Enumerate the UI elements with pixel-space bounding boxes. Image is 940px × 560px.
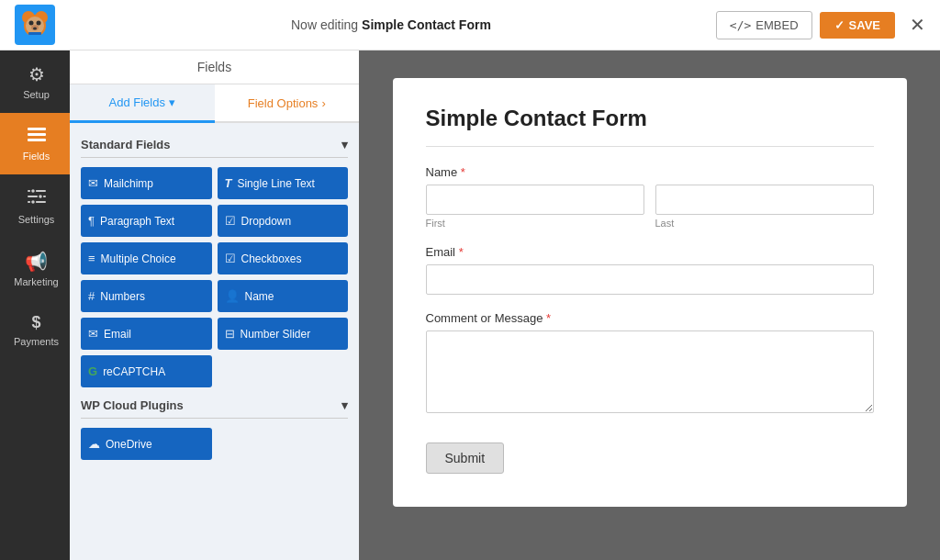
sidebar-label-settings: Settings: [18, 214, 55, 225]
fields-scroll[interactable]: Standard Fields ▾ ✉ Mailchimp T Single L…: [70, 123, 359, 560]
name-row: First Last: [426, 185, 874, 229]
onedrive-label: OneDrive: [106, 438, 152, 451]
last-name-sublabel: Last: [655, 218, 874, 229]
field-btn-email[interactable]: ✉ Email: [81, 318, 212, 350]
field-btn-checkboxes[interactable]: ☑ Checkboxes: [218, 242, 349, 274]
field-btn-single-line-text[interactable]: T Single Line Text: [218, 167, 349, 199]
field-btn-number-slider[interactable]: ⊟ Number Slider: [218, 318, 349, 350]
setup-icon: ⚙: [28, 63, 45, 85]
field-btn-name[interactable]: 👤 Name: [218, 280, 349, 312]
first-name-sublabel: First: [426, 218, 644, 229]
svg-point-6: [37, 21, 41, 26]
sidebar-item-payments[interactable]: $ Payments: [0, 300, 70, 360]
sidebar-label-marketing: Marketing: [14, 276, 58, 287]
svg-rect-12: [28, 133, 46, 136]
numbers-icon: #: [88, 289, 95, 303]
email-icon: ✉: [88, 327, 98, 341]
single-line-icon: T: [225, 176, 232, 190]
sidebar-item-setup[interactable]: ⚙ Setup: [0, 50, 70, 113]
sidebar-nav: ⚙ Setup Fields: [0, 50, 70, 560]
required-star-2: *: [455, 245, 464, 259]
form-title: Simple Contact Form: [426, 106, 874, 131]
required-star-3: *: [543, 311, 551, 325]
standard-fields-grid: ✉ Mailchimp T Single Line Text ¶ Paragra…: [81, 167, 348, 387]
svg-point-8: [33, 28, 37, 30]
field-btn-onedrive[interactable]: ☁ OneDrive: [81, 428, 212, 460]
collapse-icon-2: ▾: [341, 398, 348, 412]
required-star: *: [457, 165, 465, 179]
sidebar-item-marketing[interactable]: 📢 Marketing: [0, 238, 70, 300]
name-icon: 👤: [225, 289, 240, 303]
close-button[interactable]: ✕: [910, 14, 925, 36]
sidebar-item-fields[interactable]: Fields: [0, 113, 70, 174]
field-btn-dropdown[interactable]: ☑ Dropdown: [218, 205, 349, 237]
standard-fields-title: Standard Fields: [81, 138, 171, 151]
tab-field-options[interactable]: Field Options ›: [215, 84, 360, 121]
logo: [15, 5, 55, 45]
editing-title: Now editing Simple Contact Form: [66, 17, 716, 32]
sidebar-label-fields: Fields: [23, 151, 50, 162]
fields-panel: Fields Add Fields ▾ Field Options › Stan…: [70, 50, 359, 560]
email-field-group: Email *: [426, 245, 874, 295]
fields-panel-header: Fields: [70, 50, 359, 84]
multiple-choice-icon: ≡: [88, 252, 95, 265]
first-name-input[interactable]: [426, 185, 644, 215]
numbers-label: Numbers: [100, 290, 145, 303]
dropdown-icon: ☑: [225, 214, 236, 228]
svg-point-17: [30, 189, 35, 194]
name-label: Name: [245, 290, 274, 303]
field-btn-paragraph-text[interactable]: ¶ Paragraph Text: [81, 205, 212, 237]
svg-point-5: [29, 21, 34, 26]
form-card: Simple Contact Form Name * First Last: [393, 78, 907, 507]
svg-rect-13: [28, 139, 46, 141]
last-name-col: Last: [655, 185, 874, 229]
fields-tabs: Add Fields ▾ Field Options ›: [70, 84, 359, 123]
comment-field-label: Comment or Message *: [426, 311, 874, 325]
wp-cloud-header: WP Cloud Plugins ▾: [81, 398, 348, 419]
single-line-label: Single Line Text: [237, 177, 315, 190]
recaptcha-label: reCAPTCHA: [103, 365, 165, 378]
marketing-icon: 📢: [25, 251, 48, 273]
svg-rect-10: [28, 32, 41, 35]
email-field-label: Email *: [426, 245, 874, 259]
chevron-right-icon: ›: [321, 96, 325, 110]
top-bar: Now editing Simple Contact Form </> EMBE…: [0, 0, 940, 50]
comment-textarea[interactable]: [426, 330, 874, 413]
field-btn-mailchimp[interactable]: ✉ Mailchimp: [81, 167, 212, 199]
field-btn-multiple-choice[interactable]: ≡ Multiple Choice: [81, 242, 212, 274]
payments-icon: $: [31, 313, 40, 332]
email-input[interactable]: [426, 264, 874, 295]
tab-add-label: Add Fields: [109, 95, 165, 109]
field-btn-numbers[interactable]: # Numbers: [81, 280, 212, 312]
field-btn-recaptcha[interactable]: G reCAPTCHA: [81, 355, 212, 387]
code-icon: </>: [730, 18, 751, 32]
mailchimp-icon: ✉: [88, 176, 98, 190]
save-button[interactable]: ✓ SAVE: [820, 12, 895, 39]
main-content: ⚙ Setup Fields: [0, 50, 940, 560]
name-field-group: Name * First Last: [426, 165, 874, 229]
last-name-input[interactable]: [655, 185, 874, 215]
chevron-down-icon: ▾: [169, 95, 175, 109]
paragraph-label: Paragraph Text: [100, 215, 174, 228]
submit-button[interactable]: Submit: [426, 442, 505, 474]
multiple-choice-label: Multiple Choice: [101, 252, 176, 265]
sidebar-item-settings[interactable]: Settings: [0, 174, 70, 238]
first-name-col: First: [426, 185, 644, 229]
name-field-label: Name *: [426, 165, 874, 179]
settings-icon: [28, 187, 46, 210]
sidebar-label-setup: Setup: [23, 89, 50, 100]
fields-icon: [28, 126, 46, 147]
sidebar-label-payments: Payments: [14, 336, 59, 347]
svg-rect-11: [28, 128, 46, 130]
paragraph-icon: ¶: [88, 214, 95, 228]
recaptcha-icon: G: [88, 364, 97, 378]
comment-field-group: Comment or Message *: [426, 311, 874, 417]
wp-cloud-grid: ☁ OneDrive: [81, 428, 348, 460]
top-bar-actions: </> EMBED ✓ SAVE ✕: [716, 11, 925, 39]
wp-cloud-title: WP Cloud Plugins: [81, 398, 184, 412]
embed-button[interactable]: </> EMBED: [716, 11, 812, 39]
standard-fields-header: Standard Fields ▾: [81, 138, 348, 158]
svg-point-19: [30, 200, 35, 205]
tab-add-fields[interactable]: Add Fields ▾: [70, 84, 215, 123]
check-icon: ✓: [834, 18, 845, 32]
